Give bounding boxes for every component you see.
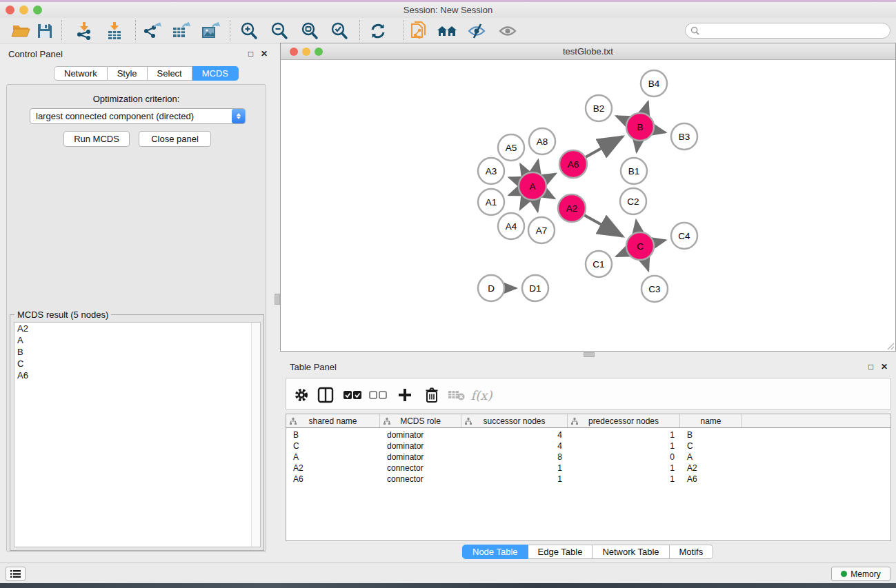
graph-edge-A-A1[interactable] xyxy=(509,192,519,195)
tab-node-table[interactable]: Node Table xyxy=(462,545,528,559)
memory-button[interactable]: Memory xyxy=(831,567,890,581)
graph-node-label: A xyxy=(529,181,535,192)
graph-edge-B-B3[interactable] xyxy=(655,130,666,132)
list-item[interactable]: A6 xyxy=(14,369,260,381)
column-header[interactable]: MCDS role xyxy=(380,414,461,427)
resize-grip-icon[interactable] xyxy=(886,342,895,350)
function-builder-icon[interactable]: f(x) xyxy=(471,385,492,405)
graph-node-label: B1 xyxy=(628,166,640,176)
graph-node-label: C1 xyxy=(593,259,604,270)
graph-node-label: A8 xyxy=(537,136,548,147)
tab-network[interactable]: Network xyxy=(54,66,108,81)
delete-column-icon[interactable] xyxy=(421,385,442,405)
table-row[interactable]: A2connector11A2 xyxy=(286,463,890,474)
mcds-result-list[interactable]: A2 A B C A6 xyxy=(14,322,261,547)
import-table-icon[interactable] xyxy=(103,21,126,41)
graph-edge-A-A6[interactable] xyxy=(545,174,555,179)
close-window-button[interactable] xyxy=(6,6,14,14)
task-history-button[interactable] xyxy=(6,567,26,581)
close-view-button[interactable] xyxy=(290,48,298,56)
add-column-icon[interactable] xyxy=(395,385,415,405)
import-network-icon[interactable] xyxy=(72,21,96,41)
graph-edge-A-A3[interactable] xyxy=(509,178,519,181)
list-item[interactable]: A xyxy=(14,334,260,346)
splitter-grip-horizontal[interactable] xyxy=(584,352,595,357)
attribute-icon xyxy=(384,418,390,425)
graph-edge-B-B1[interactable] xyxy=(637,141,638,152)
list-item[interactable]: B xyxy=(14,346,260,358)
export-network-icon[interactable] xyxy=(140,21,163,41)
optimization-criterion-select[interactable]: largest connected component (directed) xyxy=(30,108,246,124)
open-folder-icon[interactable] xyxy=(9,21,32,41)
maximize-view-button[interactable] xyxy=(315,48,323,56)
maximize-window-button[interactable] xyxy=(33,6,42,14)
close-table-panel-icon[interactable]: ✕ xyxy=(881,362,888,372)
network-view-window: testGlobe.txt B4B2BB3A8A5A6A3B1AA1C2A2A4… xyxy=(280,43,896,352)
houses-icon[interactable] xyxy=(435,21,459,41)
tab-select[interactable]: Select xyxy=(148,66,192,81)
close-panel-button[interactable]: Close panel xyxy=(139,131,211,147)
graph-edge-C-C2[interactable] xyxy=(636,221,638,232)
column-header[interactable]: name xyxy=(680,414,742,427)
deselect-all-icon[interactable] xyxy=(368,385,388,405)
graph-edge-A6-B[interactable] xyxy=(586,136,622,157)
table-toolbar: f(x) xyxy=(286,378,891,410)
delete-table-icon[interactable] xyxy=(446,385,467,405)
zoom-out-icon[interactable] xyxy=(268,21,291,41)
graph-node-label: D xyxy=(488,283,495,294)
export-image-icon[interactable] xyxy=(199,21,222,41)
network-window-titlebar[interactable]: testGlobe.txt xyxy=(281,43,895,60)
tab-network-table[interactable]: Network Table xyxy=(593,545,669,559)
tab-mcds[interactable]: MCDS xyxy=(192,66,239,81)
select-all-icon[interactable] xyxy=(342,385,363,405)
list-item[interactable]: C xyxy=(14,358,260,369)
graph-edge-A-A8[interactable] xyxy=(535,160,538,172)
table-row[interactable]: Cdominator41C xyxy=(286,440,890,452)
column-header[interactable]: predecessor nodes xyxy=(568,414,680,427)
column-header[interactable]: successor nodes xyxy=(461,414,568,427)
minimize-window-button[interactable] xyxy=(19,6,28,14)
table-row[interactable]: Adominator80A xyxy=(286,452,890,463)
graph-edge-C-C1[interactable] xyxy=(617,252,627,256)
run-mcds-button[interactable]: Run MCDS xyxy=(63,131,130,147)
graph-edge-A-A5[interactable] xyxy=(521,164,526,173)
table-row[interactable]: Bdominator41B xyxy=(286,429,890,440)
float-table-panel-icon[interactable]: □ xyxy=(868,362,873,372)
graph-node-label: B xyxy=(637,122,643,132)
search-icon xyxy=(690,26,699,35)
splitter-grip-vertical[interactable] xyxy=(275,294,280,305)
zoom-fit-icon[interactable] xyxy=(298,21,321,41)
tab-edge-table[interactable]: Edge Table xyxy=(528,545,593,559)
hide-eye-icon[interactable] xyxy=(465,21,488,41)
graph-edge-A-A7[interactable] xyxy=(535,201,537,212)
float-panel-icon[interactable]: □ xyxy=(248,49,253,59)
main-toolbar xyxy=(0,18,896,43)
tab-motifs[interactable]: Motifs xyxy=(670,545,714,559)
table-row[interactable]: A6connector11A6 xyxy=(286,474,890,485)
graph-edge-A-A4[interactable] xyxy=(520,199,526,210)
zoom-selected-icon[interactable] xyxy=(328,21,351,41)
split-pane-icon[interactable] xyxy=(315,385,336,405)
graph-edge-B-B4[interactable] xyxy=(644,102,648,113)
network-file-icon[interactable] xyxy=(407,21,430,41)
search-input[interactable] xyxy=(685,23,890,39)
graph-edge-C-C4[interactable] xyxy=(654,240,665,243)
column-header[interactable]: shared name xyxy=(286,414,380,427)
refresh-icon[interactable] xyxy=(366,21,390,41)
scrollbar-track[interactable] xyxy=(251,323,260,547)
network-graph-canvas[interactable]: B4B2BB3A8A5A6A3B1AA1C2A2A4A7C4CC1C3DD1 xyxy=(281,61,895,351)
save-icon[interactable] xyxy=(33,21,57,41)
list-item[interactable]: A2 xyxy=(14,323,260,334)
close-panel-icon[interactable]: ✕ xyxy=(261,49,268,59)
graph-edge-C-C3[interactable] xyxy=(645,260,648,271)
minimize-view-button[interactable] xyxy=(302,48,310,56)
graph-edge-B-B2[interactable] xyxy=(617,116,627,121)
graph-edge-A-A2[interactable] xyxy=(545,193,554,199)
graph-edge-A2-C[interactable] xyxy=(584,215,622,236)
gear-icon[interactable] xyxy=(291,385,312,405)
graph-node-label: A6 xyxy=(568,159,579,170)
tab-style[interactable]: Style xyxy=(108,66,148,81)
show-eye-icon[interactable] xyxy=(496,21,519,41)
export-table-icon[interactable] xyxy=(169,21,192,41)
zoom-in-icon[interactable] xyxy=(237,21,261,41)
